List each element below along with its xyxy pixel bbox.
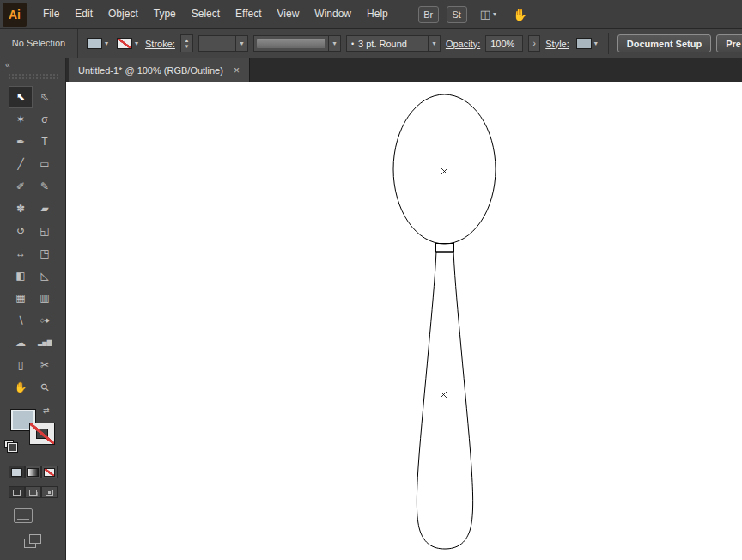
preferences-button[interactable]: Pre — [716, 34, 742, 52]
artboard-tool[interactable]: ▯ — [9, 354, 33, 376]
artboard-canvas[interactable] — [66, 82, 742, 560]
app-bar: Br St ◫ ▾ ✋ — [418, 6, 528, 23]
workspace-switcher[interactable]: ◫ ▾ — [480, 8, 496, 21]
panel-grip[interactable] — [8, 73, 58, 81]
magic-wand-tool[interactable]: ✶ — [9, 108, 33, 131]
direct-selection-icon: ⬁ — [40, 91, 49, 103]
touch-workspace-icon[interactable]: ✋ — [513, 8, 527, 21]
menu-window[interactable]: Window — [307, 0, 359, 29]
free-transform-tool[interactable]: ◳ — [33, 242, 57, 265]
stock-button[interactable]: St — [447, 6, 467, 23]
hand-tool[interactable]: ✋ — [9, 376, 33, 399]
draw-behind-icon — [29, 490, 37, 496]
color-button[interactable] — [9, 466, 25, 478]
style-swatch-icon — [576, 38, 592, 49]
scale-tool[interactable]: ◱ — [33, 220, 57, 242]
magic-wand-icon: ✶ — [16, 113, 25, 125]
menu-file[interactable]: File — [35, 0, 67, 29]
chevron-down-icon: ▾ — [432, 40, 435, 47]
eraser-tool[interactable]: ▰ — [33, 198, 57, 220]
stroke-color-dropdown[interactable]: ▾ — [115, 38, 140, 49]
width-tool[interactable]: ↔ — [9, 242, 33, 265]
gradient-tool[interactable]: ▥ — [33, 287, 57, 309]
draw-behind-button[interactable] — [25, 486, 41, 498]
menu-type[interactable]: Type — [146, 0, 184, 29]
mini-stroke-icon — [8, 443, 17, 452]
menu-edit[interactable]: Edit — [67, 0, 100, 29]
document-setup-button[interactable]: Document Setup — [617, 34, 711, 52]
slice-tool[interactable]: ✂ — [33, 354, 57, 376]
menu-help[interactable]: Help — [359, 0, 396, 29]
spoon-handle-path[interactable] — [417, 252, 472, 549]
lasso-tool[interactable]: σ — [33, 108, 57, 131]
close-icon[interactable]: × — [234, 65, 240, 76]
default-fill-stroke-icon[interactable] — [4, 440, 17, 451]
draw-inside-button[interactable] — [41, 486, 58, 498]
type-icon: T — [41, 136, 47, 148]
menu-select[interactable]: Select — [184, 0, 228, 29]
pen-tool[interactable]: ✒ — [9, 131, 33, 153]
chevron-down-icon: ▾ — [135, 40, 138, 47]
stroke-panel-link[interactable]: Stroke: — [145, 39, 175, 49]
style-link[interactable]: Style: — [545, 39, 569, 49]
brush-dropdown[interactable]: • 3 pt. Round ▾ — [346, 35, 441, 52]
pencil-tool[interactable]: ✎ — [33, 175, 57, 198]
selection-tool[interactable]: ⬉ — [9, 86, 33, 108]
opacity-panel-button[interactable]: › — [528, 35, 540, 52]
divider — [608, 33, 609, 54]
stroke-color-swatch[interactable] — [29, 423, 55, 445]
mesh-tool[interactable]: ▦ — [9, 287, 33, 309]
screen-mode-button[interactable] — [14, 508, 33, 523]
bridge-button[interactable]: Br — [418, 6, 439, 23]
main-menu: File Edit Object Type Select Effect View… — [35, 0, 396, 29]
menu-view[interactable]: View — [270, 0, 307, 29]
chevron-down-icon: ▾ — [105, 40, 108, 47]
opacity-value: 100% — [486, 39, 519, 49]
eraser-icon: ▰ — [40, 203, 48, 215]
blend-tool[interactable]: ◇◆ — [33, 309, 57, 332]
mesh-icon: ▦ — [15, 292, 25, 304]
blend-icon: ◇◆ — [40, 317, 50, 324]
lasso-icon: σ — [41, 113, 47, 125]
perspective-grid-tool[interactable]: ◺ — [33, 265, 57, 287]
handle-center-mark — [441, 392, 447, 398]
spoon-bowl-path[interactable] — [393, 94, 496, 244]
document-tab[interactable]: Untitled-1* @ 100% (RGB/Outline) × — [69, 58, 250, 82]
direct-selection-tool[interactable]: ⬁ — [33, 86, 57, 108]
scale-icon: ◱ — [40, 225, 49, 237]
line-segment-tool[interactable]: ╱ — [9, 153, 33, 175]
selection-icon: ⬉ — [16, 91, 25, 103]
workspace-icon: ◫ — [480, 8, 490, 21]
column-graph-tool[interactable]: ▂▅▇ — [33, 332, 57, 354]
paintbrush-tool[interactable]: ✐ — [9, 175, 33, 198]
type-tool[interactable]: T — [33, 131, 57, 153]
pencil-icon: ✎ — [40, 180, 49, 192]
swap-fill-stroke-icon[interactable]: ⇄ — [43, 406, 50, 415]
draw-inside-icon — [46, 490, 53, 496]
spoon-neck-path[interactable] — [436, 244, 454, 253]
artwork-svg — [66, 82, 742, 560]
draw-normal-button[interactable] — [9, 486, 25, 498]
opacity-link[interactable]: Opacity: — [446, 39, 480, 49]
overlapping-windows-icon[interactable] — [24, 534, 41, 548]
brush-definition-dropdown[interactable]: ▾ — [253, 35, 341, 52]
opacity-field[interactable]: 100% — [485, 35, 523, 52]
rectangle-tool[interactable]: ▭ — [33, 153, 57, 175]
gradient-button[interactable] — [25, 466, 41, 478]
none-button[interactable] — [41, 466, 58, 478]
stroke-width-stepper[interactable]: ▲ ▼ — [180, 34, 193, 52]
column-graph-icon: ▂▅▇ — [38, 339, 52, 346]
panel-collapse-button[interactable]: « — [0, 58, 65, 71]
zoom-tool[interactable]: ⚲ — [33, 376, 57, 399]
menu-effect[interactable]: Effect — [228, 0, 269, 29]
stroke-width-dropdown[interactable]: ▾ — [198, 35, 248, 52]
eyedropper-tool[interactable]: ∖ — [9, 309, 33, 332]
shape-builder-tool[interactable]: ◧ — [9, 265, 33, 287]
blob-brush-tool[interactable]: ✽ — [9, 198, 33, 220]
symbol-sprayer-tool[interactable]: ☁ — [9, 332, 33, 354]
menu-object[interactable]: Object — [100, 0, 146, 29]
fill-color-dropdown[interactable]: ▾ — [85, 38, 110, 49]
artboard-icon: ▯ — [18, 359, 24, 371]
rotate-tool[interactable]: ↺ — [9, 220, 33, 242]
style-dropdown[interactable]: ▾ — [575, 38, 599, 49]
